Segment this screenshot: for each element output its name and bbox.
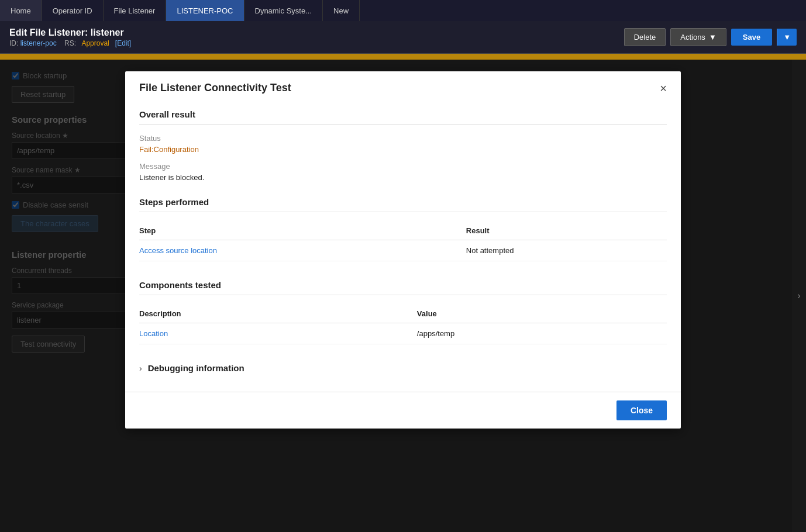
result-cell: Not attempted [466,240,667,261]
main-content: Block startup Reset startup Source prope… [0,60,806,532]
tab-file-listener[interactable]: File Listener [104,0,167,21]
table-row: Access source location Not attempted [139,240,667,261]
modal-header: File Listener Connectivity Test × [125,71,681,102]
rs-label: RS: [64,39,76,47]
description-col-header: Description [139,305,417,323]
tab-bar: Home Operator ID File Listener LISTENER-… [0,0,806,21]
tab-dynamic-syste[interactable]: Dynamic Syste... [244,0,323,21]
chevron-down-icon: ▼ [783,33,791,42]
step-cell[interactable]: Access source location [139,240,466,261]
message-value: Listener is blocked. [139,173,667,182]
gold-bar [0,54,806,60]
save-button[interactable]: Save [731,29,772,46]
steps-performed-header: Steps performed [139,190,667,212]
debug-row[interactable]: › Debugging information [139,356,667,380]
step-col-header: Step [139,222,466,240]
save-dropdown-button[interactable]: ▼ [777,29,797,46]
message-label: Message [139,162,667,171]
tab-home[interactable]: Home [0,0,42,21]
edit-link[interactable]: [Edit] [115,39,131,47]
debug-title: Debugging information [148,363,244,373]
status-label: Status [139,134,667,143]
modal-overlay: File Listener Connectivity Test × Overal… [0,60,806,532]
status-value: Fail:Configuration [139,145,667,154]
header-meta: ID: listener-poc RS: Approval [Edit] [9,39,131,47]
modal-body: Overall result Status Fail:Configuration… [125,102,681,392]
id-value: listener-poc [20,39,57,47]
overall-result-header: Overall result [139,102,667,125]
id-label: ID: [9,39,18,47]
chevron-down-icon: ▼ [709,33,717,42]
tab-new[interactable]: New [323,0,360,21]
description-cell[interactable]: Location [139,323,417,344]
value-cell: /apps/temp [417,323,667,344]
actions-button[interactable]: Actions ▼ [670,28,726,46]
components-table: Description Value Location /apps/temp [139,305,667,344]
value-col-header: Value [417,305,667,323]
header-bar: Edit File Listener: listener ID: listene… [0,21,806,54]
tab-operator-id[interactable]: Operator ID [42,0,104,21]
close-modal-button[interactable]: Close [616,400,667,420]
page-title: Edit File Listener: listener [9,27,131,38]
modal-close-button[interactable]: × [660,82,667,94]
result-col-header: Result [466,222,667,240]
chevron-right-icon: › [139,364,142,373]
steps-table: Step Result Access source location Not a… [139,222,667,261]
tab-listener-poc[interactable]: LISTENER-POC [166,0,244,21]
header-right: Delete Actions ▼ Save ▼ [624,28,797,46]
delete-button[interactable]: Delete [624,28,666,46]
header-left: Edit File Listener: listener ID: listene… [9,27,131,47]
modal-title: File Listener Connectivity Test [139,82,291,94]
rs-value: Approval [81,39,109,47]
modal-footer: Close [125,392,681,429]
connectivity-test-modal: File Listener Connectivity Test × Overal… [125,71,681,429]
components-tested-header: Components tested [139,273,667,295]
table-row: Location /apps/temp [139,323,667,344]
